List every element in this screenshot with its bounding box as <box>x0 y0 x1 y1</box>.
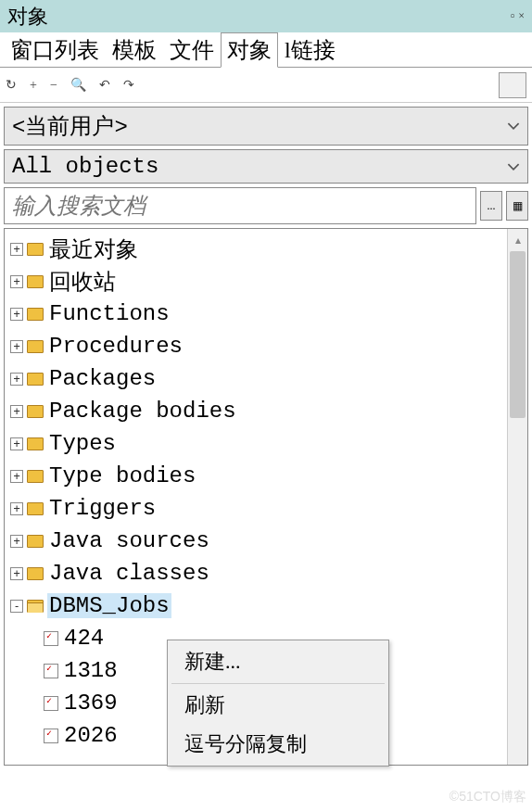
add-icon[interactable]: + <box>30 78 37 93</box>
titlebar-controls: ▫ × <box>511 9 525 23</box>
expand-icon[interactable]: + <box>10 308 23 321</box>
tree-item[interactable]: +Types <box>6 427 526 460</box>
tree-item-label: 424 <box>62 626 106 651</box>
folder-icon <box>27 470 44 483</box>
search-more-button[interactable]: ... <box>480 191 502 221</box>
collapse-icon[interactable]: - <box>10 600 23 613</box>
tree-item-label: Procedures <box>47 334 184 359</box>
tree-item-label: 2026 <box>62 723 120 748</box>
tree-item-label: Functions <box>47 301 171 326</box>
close-icon[interactable]: × <box>518 9 525 23</box>
tab-1[interactable]: 模板 <box>106 32 163 67</box>
remove-icon[interactable]: − <box>50 78 57 93</box>
folder-icon <box>27 373 44 386</box>
tree-item[interactable]: +Functions <box>6 298 526 330</box>
expand-icon[interactable]: + <box>10 535 23 548</box>
filter-dropdown-label: All objects <box>12 154 507 179</box>
user-dropdown[interactable]: <当前用户> <box>4 107 528 146</box>
menu-item[interactable]: 刷新 <box>168 686 388 725</box>
tree-item[interactable]: +Packages <box>6 362 526 395</box>
back-icon[interactable]: ↶ <box>99 77 110 93</box>
tree-item-label: Types <box>47 431 118 456</box>
folder-icon <box>27 340 44 353</box>
expand-icon[interactable]: + <box>10 340 23 353</box>
toolbar: ↻ + − 🔍 ↶ ↷ <box>0 68 532 103</box>
folder-icon <box>27 502 44 515</box>
tree-item[interactable]: +Java sources <box>6 525 526 557</box>
folder-icon <box>27 600 44 613</box>
scroll-thumb[interactable] <box>510 251 526 418</box>
search-row: ... ▦ <box>4 187 528 224</box>
filter-dropdown[interactable]: All objects <box>4 149 528 184</box>
scrollbar[interactable]: ▴ <box>507 229 527 765</box>
tab-3[interactable]: 对象 <box>221 32 278 68</box>
scroll-up-icon[interactable]: ▴ <box>508 229 527 251</box>
chevron-down-icon <box>507 120 520 133</box>
expand-icon[interactable]: + <box>10 437 23 450</box>
tab-0[interactable]: 窗口列表 <box>4 32 106 67</box>
tree-item-label: Java classes <box>47 561 211 586</box>
job-icon <box>44 696 58 711</box>
search-input[interactable] <box>4 187 476 224</box>
tree-item-label: 回收站 <box>47 267 118 297</box>
menu-item[interactable]: 逗号分隔复制 <box>168 725 388 764</box>
expand-icon[interactable]: + <box>10 502 23 515</box>
tree-item-label: Packages <box>47 366 158 391</box>
menu-item[interactable]: 新建... <box>168 642 388 681</box>
folder-icon <box>27 567 44 580</box>
tab-2[interactable]: 文件 <box>163 32 221 67</box>
refresh-icon[interactable]: ↻ <box>6 77 17 93</box>
tree-item-label: Java sources <box>47 528 211 553</box>
chevron-down-icon <box>507 160 520 173</box>
tree-item[interactable]: +Package bodies <box>6 395 526 427</box>
context-menu: 新建...刷新逗号分隔复制 <box>167 640 389 767</box>
tree-item-label: 1369 <box>62 691 120 716</box>
job-icon <box>44 664 58 678</box>
tree-item[interactable]: +Triggers <box>6 492 526 525</box>
expand-icon[interactable]: + <box>10 567 23 580</box>
tree-item-label: 最近对象 <box>47 234 140 264</box>
tree-item[interactable]: +Procedures <box>6 330 526 362</box>
tab-4[interactable]: l链接 <box>278 32 342 67</box>
folder-icon <box>27 405 44 418</box>
pin-icon[interactable]: ▫ <box>511 9 514 23</box>
folder-icon <box>27 243 44 256</box>
search-filter-button[interactable]: ▦ <box>506 191 528 221</box>
job-icon <box>44 729 58 743</box>
tree-item[interactable]: +最近对象 <box>6 233 526 265</box>
tree-item[interactable]: +回收站 <box>6 265 526 298</box>
tree-item-label: Triggers <box>47 496 158 521</box>
folder-icon <box>27 275 44 288</box>
job-icon <box>44 631 58 646</box>
forward-icon[interactable]: ↷ <box>123 77 134 93</box>
panel-title: 对象 <box>7 3 48 31</box>
user-dropdown-label: <当前用户> <box>12 111 507 141</box>
menu-separator <box>171 683 385 684</box>
toolbar-options-button[interactable] <box>499 72 526 98</box>
expand-icon[interactable]: + <box>10 373 23 386</box>
tree-item-label: Type bodies <box>47 463 197 488</box>
tree-item[interactable]: -DBMS_Jobs <box>6 589 526 622</box>
find-icon[interactable]: 🔍 <box>70 77 86 93</box>
tree-item[interactable]: +Type bodies <box>6 460 526 492</box>
tab-strip: 窗口列表模板文件对象l链接 <box>0 32 532 68</box>
expand-icon[interactable]: + <box>10 275 23 288</box>
expand-icon[interactable]: + <box>10 470 23 483</box>
tree-item[interactable]: +Java classes <box>6 557 526 589</box>
tree-item-label: DBMS_Jobs <box>47 593 171 618</box>
folder-icon <box>27 535 44 548</box>
titlebar: 对象 ▫ × <box>0 0 532 32</box>
tree-item-label: 1318 <box>62 658 120 683</box>
expand-icon[interactable]: + <box>10 243 23 256</box>
watermark: ©51CTO博客 <box>450 789 526 805</box>
folder-icon <box>27 308 44 321</box>
folder-icon <box>27 437 44 450</box>
tree-item-label: Package bodies <box>47 399 238 424</box>
expand-icon[interactable]: + <box>10 405 23 418</box>
